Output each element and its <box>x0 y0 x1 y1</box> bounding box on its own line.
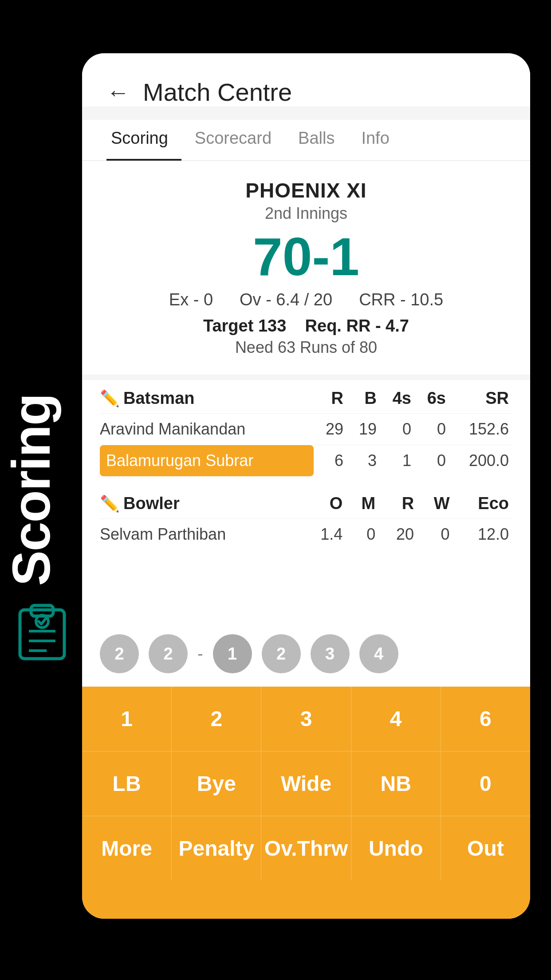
ball-2: 2 <box>149 634 188 673</box>
batsman-edit-icon[interactable]: ✏️ <box>100 389 120 408</box>
bowler-header: Bowler <box>123 494 180 513</box>
tab-scoring[interactable]: Scoring <box>106 120 181 161</box>
btn-undo[interactable]: Undo <box>351 816 441 881</box>
req-rr: Req. RR - 4.7 <box>305 316 409 335</box>
bowler-name-1: Selvam Parthiban <box>100 519 301 550</box>
batsman-r-2: 6 <box>314 445 347 477</box>
team-name: PHOENIX XI <box>106 178 506 202</box>
ball-4: 2 <box>262 634 301 673</box>
main-card: ← Match Centre Scoring Scorecard Balls I… <box>82 53 530 919</box>
batsman-sr-2: 200.0 <box>449 445 512 477</box>
scoring-pad: 1 2 3 4 6 LB Bye Wide NB 0 More Penalty … <box>82 687 530 919</box>
col-w: W <box>417 485 453 519</box>
tab-info[interactable]: Info <box>357 120 402 161</box>
crr: CRR - 10.5 <box>359 290 443 309</box>
score-section: PHOENIX XI 2nd Innings 70-1 Ex - 0 Ov - … <box>82 161 530 375</box>
table-row: Selvam Parthiban 1.4 0 20 0 12.0 <box>100 519 512 550</box>
bowler-m-1: 0 <box>346 519 379 550</box>
batsman-4s-2: 1 <box>380 445 415 477</box>
col-m: M <box>346 485 379 519</box>
page-title: Match Centre <box>143 78 292 107</box>
batting-table: ✏️ Batsman R B 4s 6s SR Aravind Manikand… <box>100 380 512 476</box>
btn-penalty[interactable]: Penalty <box>172 816 261 881</box>
extras: Ex - 0 <box>169 290 213 309</box>
col-eco: Eco <box>453 485 512 519</box>
tab-scorecard[interactable]: Scorecard <box>190 120 285 161</box>
tab-balls[interactable]: Balls <box>294 120 348 161</box>
batsman-6s-1: 0 <box>415 414 449 445</box>
score-meta: Ex - 0 Ov - 6.4 / 20 CRR - 10.5 <box>106 290 506 309</box>
ball-separator: - <box>197 644 203 664</box>
ball-6: 4 <box>359 634 398 673</box>
ball-history: 2 2 - 1 2 3 4 <box>82 621 530 687</box>
bowler-eco-1: 12.0 <box>453 519 512 550</box>
col-4s: 4s <box>380 380 415 414</box>
batsman-header: Batsman <box>123 389 195 408</box>
scoring-row-3: More Penalty Ov.Thrw Undo Out <box>82 816 530 881</box>
btn-3[interactable]: 3 <box>261 687 351 751</box>
btn-out[interactable]: Out <box>441 816 530 881</box>
current-score: 70-1 <box>106 227 506 286</box>
bowler-w-1: 0 <box>417 519 453 550</box>
batsman-name-2: Balamurugan Subrar <box>100 445 314 477</box>
bowler-r-1: 20 <box>379 519 417 550</box>
btn-2[interactable]: 2 <box>172 687 261 751</box>
tab-bar: Scoring Scorecard Balls Info <box>82 120 530 161</box>
overs: Ov - 6.4 / 20 <box>240 290 332 309</box>
need-line: Need 63 Runs of 80 <box>106 338 506 357</box>
btn-ovthrw[interactable]: Ov.Thrw <box>261 816 351 881</box>
btn-6[interactable]: 6 <box>441 687 530 751</box>
card-header: ← Match Centre <box>82 53 530 107</box>
target: Target 133 <box>203 316 286 335</box>
table-row: Balamurugan Subrar 6 3 1 0 200.0 <box>100 445 512 477</box>
back-button[interactable]: ← <box>106 81 130 104</box>
ball-5: 3 <box>311 634 350 673</box>
col-b: B <box>347 380 380 414</box>
batsman-4s-1: 0 <box>380 414 415 445</box>
bowler-o-1: 1.4 <box>301 519 346 550</box>
col-o: O <box>301 485 346 519</box>
ball-3: 1 <box>213 634 252 673</box>
btn-0[interactable]: 0 <box>441 751 530 816</box>
btn-nb[interactable]: NB <box>351 751 441 816</box>
btn-lb[interactable]: LB <box>82 751 172 816</box>
innings-label: 2nd Innings <box>106 204 506 223</box>
batsman-b-2: 3 <box>347 445 380 477</box>
btn-more[interactable]: More <box>82 816 172 881</box>
table-row: Aravind Manikandan 29 19 0 0 152.6 <box>100 414 512 445</box>
col-6s: 6s <box>415 380 449 414</box>
batsman-6s-2: 0 <box>415 445 449 477</box>
target-line: Target 133 Req. RR - 4.7 <box>106 316 506 336</box>
btn-wide[interactable]: Wide <box>261 751 351 816</box>
ball-1: 2 <box>100 634 139 673</box>
bowler-edit-icon[interactable]: ✏️ <box>100 494 120 513</box>
batsman-name-1: Aravind Manikandan <box>100 414 314 445</box>
batsman-sr-1: 152.6 <box>449 414 512 445</box>
clipboard-icon <box>13 601 71 663</box>
btn-bye[interactable]: Bye <box>172 751 261 816</box>
scoring-row-2: LB Bye Wide NB 0 <box>82 751 530 816</box>
col-sr: SR <box>449 380 512 414</box>
stats-area: ✏️ Batsman R B 4s 6s SR Aravind Manikand… <box>82 380 530 621</box>
col-r-bowl: R <box>379 485 417 519</box>
batsman-r-1: 29 <box>314 414 347 445</box>
col-r: R <box>314 380 347 414</box>
scoring-row-1: 1 2 3 4 6 <box>82 687 530 751</box>
bowling-table: ✏️ Bowler O M R W Eco Selvam Parthiban 1… <box>100 485 512 550</box>
btn-4[interactable]: 4 <box>351 687 441 751</box>
btn-1[interactable]: 1 <box>82 687 172 751</box>
batsman-b-1: 19 <box>347 414 380 445</box>
